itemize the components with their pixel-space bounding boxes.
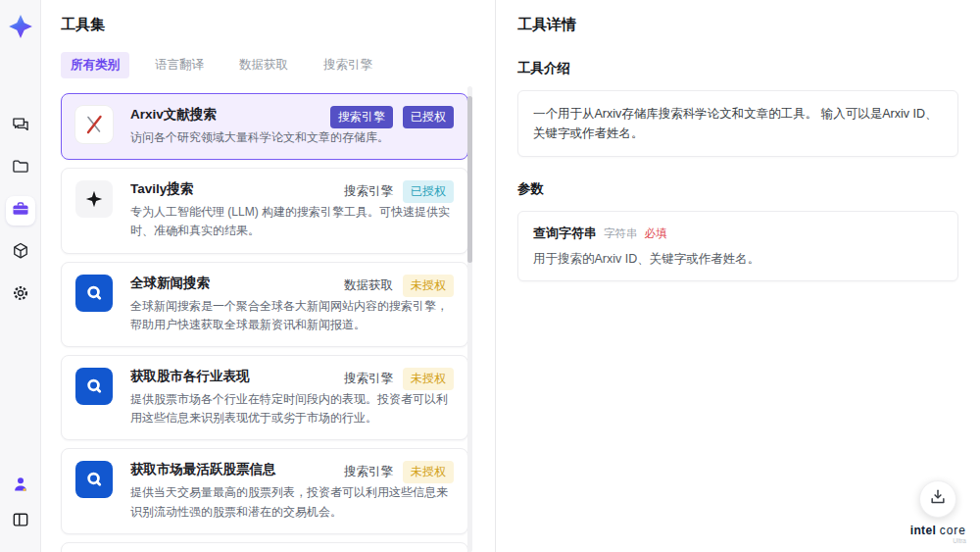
param-required-flag: 必填 <box>645 226 667 241</box>
tool-description: 访问各个研究领域大量科学论文和文章的存储库。 <box>130 128 454 147</box>
tool-detail-panel: 工具详情 工具介绍 一个用于从Arxiv存储库搜索科学论文和文章的工具。 输入可… <box>495 0 980 552</box>
tavily-star-icon <box>75 180 113 218</box>
magnifier-blue-icon <box>75 368 113 405</box>
tool-card-tavily[interactable]: Tavily搜索 专为人工智能代理 (LLM) 构建的搜索引擎工具。可快速提供实… <box>61 168 468 253</box>
auth-status-badge: 已授权 <box>403 106 454 128</box>
tool-card-arxiv[interactable]: Arxiv文献搜索 访问各个研究领域大量科学论文和文章的存储库。 搜索引擎 已授… <box>61 93 468 160</box>
tab-all-categories[interactable]: 所有类别 <box>61 52 129 78</box>
magnifier-blue-icon <box>75 275 113 312</box>
detail-title: 工具详情 <box>517 16 958 34</box>
sidebar-item-chat[interactable] <box>6 112 35 141</box>
tool-card-most-active-stocks[interactable]: 获取市场最活跃股票信息 提供当天交易量最高的股票列表，投资者可以利用这些信息来识… <box>61 448 468 533</box>
tab-language-translation[interactable]: 语言翻译 <box>145 52 214 78</box>
intro-text-box: 一个用于从Arxiv存储库搜索科学论文和文章的工具。 输入可以是Arxiv ID… <box>517 90 958 157</box>
tool-list-panel: 工具集 所有类别 语言翻译 数据获取 搜索引擎 Arxiv文献搜索 访问各个研究… <box>41 0 495 552</box>
auth-status-badge: 未授权 <box>403 461 454 483</box>
app-window: 工具集 所有类别 语言翻译 数据获取 搜索引擎 Arxiv文献搜索 访问各个研究… <box>0 0 980 552</box>
sidebar-item-files[interactable] <box>6 154 35 183</box>
sidebar <box>0 0 41 552</box>
download-icon <box>928 487 948 511</box>
sidebar-item-collapse[interactable] <box>6 507 35 536</box>
chat-icon <box>11 115 30 138</box>
tool-description: 提供股票市场各个行业在特定时间段内的表现。投资者可以利用这些信息来识别表现优于或… <box>130 390 454 427</box>
tool-card-list: Arxiv文献搜索 访问各个研究领域大量科学论文和文章的存储库。 搜索引擎 已授… <box>61 93 468 552</box>
tool-card-regional-news[interactable]: 万维地区新闻查询 查询具体行政区划内的新闻，快速了解各地新闻动态 搜索引擎 未授… <box>61 542 468 552</box>
tab-data-acquisition[interactable]: 数据获取 <box>229 52 298 78</box>
settings-gear-icon <box>11 283 30 307</box>
category-label: 搜索引擎 <box>344 183 393 200</box>
intel-product-text: core <box>940 524 966 537</box>
sidebar-item-toolbox[interactable] <box>6 196 35 226</box>
tool-description: 提供当天交易量最高的股票列表，投资者可以利用这些信息来识别流动性强的股票和潜在的… <box>130 483 454 521</box>
intro-heading: 工具介绍 <box>517 60 958 77</box>
briefcase-icon <box>11 199 30 223</box>
param-description: 用于搜索的Arxiv ID、关键字或作者姓名。 <box>533 251 943 268</box>
category-label: 数据获取 <box>344 277 393 294</box>
category-badge: 搜索引擎 <box>330 106 393 128</box>
tool-card-global-news[interactable]: 全球新闻搜索 全球新闻搜索是一个聚合全球各大新闻网站内容的搜索引擎，帮助用户快速… <box>61 262 468 347</box>
tool-description: 全球新闻搜索是一个聚合全球各大新闻网站内容的搜索引擎，帮助用户快速获取全球最新资… <box>130 297 454 334</box>
params-heading: 参数 <box>517 180 958 198</box>
intel-sub-text: Ultra <box>910 538 966 545</box>
auth-status-badge: 已授权 <box>403 180 454 203</box>
magnifier-blue-icon <box>75 461 113 498</box>
sidebar-item-account[interactable] <box>6 472 35 501</box>
package-cube-icon <box>11 241 30 265</box>
intel-core-logo: intel core Ultra <box>910 525 966 545</box>
panel-toggle-icon <box>11 510 30 533</box>
category-tabs: 所有类别 语言翻译 数据获取 搜索引擎 <box>61 52 495 78</box>
arxiv-logo-icon <box>75 106 113 143</box>
param-item: 查询字符串 字符串 必填 用于搜索的Arxiv ID、关键字或作者姓名。 <box>517 211 958 281</box>
download-button[interactable] <box>919 480 956 518</box>
param-type: 字符串 <box>604 226 638 241</box>
intel-brand-text: intel <box>910 524 936 537</box>
tab-search-engine[interactable]: 搜索引擎 <box>314 52 382 78</box>
sidebar-item-packages[interactable] <box>6 238 35 268</box>
tool-card-sector-performance[interactable]: 获取股市各行业表现 提供股票市场各个行业在特定时间段内的表现。投资者可以利用这些… <box>61 355 468 440</box>
auth-status-badge: 未授权 <box>403 275 454 297</box>
category-label: 搜索引擎 <box>344 371 393 387</box>
corner-widgets: intel core Ultra <box>910 480 966 545</box>
list-scrollbar-thumb[interactable] <box>467 96 472 263</box>
auth-status-badge: 未授权 <box>403 368 454 390</box>
page-title: 工具集 <box>61 16 495 34</box>
param-name: 查询字符串 <box>533 225 597 242</box>
sidebar-item-settings[interactable] <box>6 280 35 310</box>
folder-icon <box>11 157 30 180</box>
tool-description: 专为人工智能代理 (LLM) 构建的搜索引擎工具。可快速提供实时、准确和真实的结… <box>130 203 454 240</box>
user-icon <box>11 475 30 498</box>
category-label: 搜索引擎 <box>344 464 393 480</box>
app-logo-diamond-icon <box>8 14 33 43</box>
